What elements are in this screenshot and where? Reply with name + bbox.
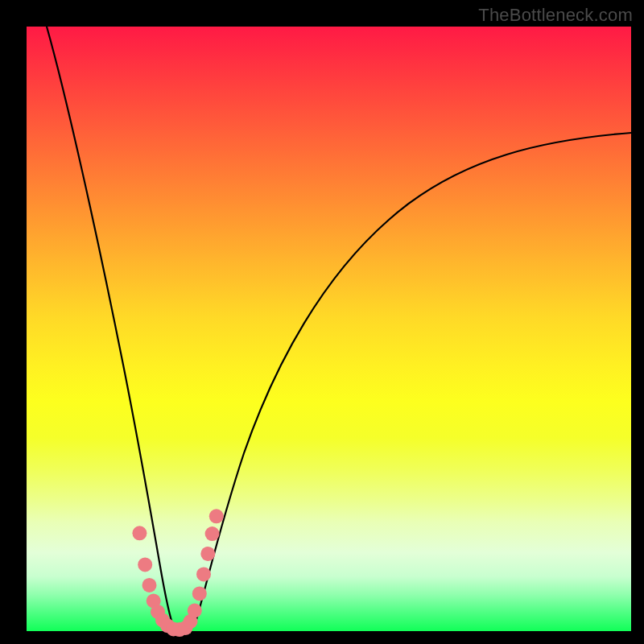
data-marker: [196, 567, 211, 581]
plot-area: [27, 27, 631, 631]
curve-layer: [27, 27, 631, 631]
data-marker: [200, 547, 215, 561]
data-marker: [192, 586, 207, 601]
data-marker: [138, 557, 152, 572]
chart-frame: TheBottleneck.com: [0, 0, 644, 644]
data-marker: [205, 526, 220, 541]
data-marker: [188, 604, 202, 618]
data-marker: [142, 578, 157, 592]
data-marker: [209, 509, 224, 523]
bottleneck-curve: [47, 27, 631, 630]
attribution-text: TheBottleneck.com: [478, 5, 633, 26]
marker-group: [132, 509, 223, 637]
curve-right-branch: [196, 133, 631, 622]
curve-left-branch: [47, 27, 174, 628]
data-marker: [132, 526, 147, 540]
